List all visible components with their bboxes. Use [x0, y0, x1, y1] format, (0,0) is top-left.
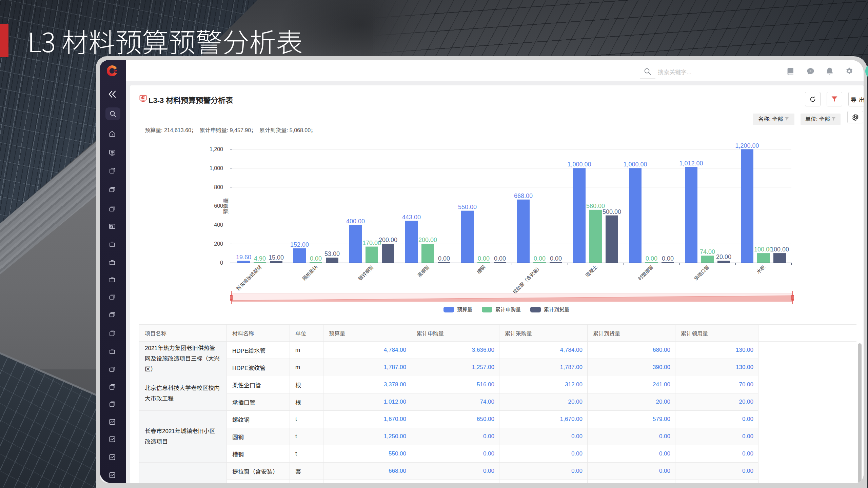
- svg-text:200.00: 200.00: [418, 237, 437, 243]
- svg-text:400: 400: [214, 222, 223, 228]
- svg-text:1,000: 1,000: [210, 165, 223, 171]
- svg-text:1,200.00: 1,200.00: [735, 142, 759, 149]
- svg-text:4.90: 4.90: [254, 255, 266, 262]
- svg-text:15.00: 15.00: [269, 254, 284, 261]
- svg-text:550.00: 550.00: [458, 204, 477, 210]
- svg-text:木板: 木板: [756, 264, 766, 275]
- svg-text:衬塑钢管: 衬塑钢管: [637, 264, 654, 282]
- svg-text:预算量: 预算量: [223, 198, 229, 214]
- svg-text:53.00: 53.00: [324, 250, 340, 257]
- svg-text:0.00: 0.00: [550, 255, 562, 262]
- svg-text:0.00: 0.00: [534, 255, 546, 262]
- svg-text:0.00: 0.00: [438, 255, 450, 262]
- svg-text:560.00: 560.00: [586, 203, 605, 209]
- svg-text:0.00: 0.00: [478, 255, 490, 262]
- svg-text:1,200: 1,200: [210, 146, 223, 152]
- svg-text:1,012.00: 1,012.00: [679, 160, 703, 167]
- svg-text:承插口管: 承插口管: [693, 264, 710, 282]
- svg-text:800: 800: [214, 184, 223, 190]
- svg-text:443.00: 443.00: [402, 214, 421, 221]
- svg-text:668.00: 668.00: [514, 192, 533, 199]
- svg-text:74.00: 74.00: [700, 248, 715, 255]
- svg-text:200.00: 200.00: [379, 237, 397, 243]
- svg-text:0.00: 0.00: [494, 255, 506, 262]
- svg-text:400.00: 400.00: [346, 218, 365, 225]
- svg-text:19.60: 19.60: [236, 254, 251, 261]
- svg-text:20.00: 20.00: [716, 253, 731, 260]
- svg-text:0.00: 0.00: [662, 255, 674, 262]
- svg-text:提拉窗（含安装）: 提拉窗（含安装）: [512, 264, 542, 295]
- svg-text:槽钢: 槽钢: [476, 264, 487, 275]
- svg-text:混凝土: 混凝土: [585, 264, 598, 278]
- svg-text:170.00: 170.00: [362, 240, 381, 246]
- svg-text:0: 0: [220, 260, 223, 266]
- svg-text:100.00: 100.00: [754, 246, 773, 253]
- svg-text:隔热垫块: 隔热垫块: [301, 264, 319, 282]
- svg-text:镀锌钢管: 镀锌钢管: [357, 264, 375, 282]
- svg-text:152.00: 152.00: [290, 241, 309, 248]
- svg-text:500.00: 500.00: [603, 208, 621, 215]
- svg-text:1,000.00: 1,000.00: [623, 161, 647, 168]
- svg-text:0.00: 0.00: [646, 255, 657, 262]
- svg-text:200: 200: [214, 241, 223, 247]
- svg-text:100.00: 100.00: [770, 246, 789, 253]
- svg-text:1,000.00: 1,000.00: [567, 161, 591, 168]
- svg-text:0.00: 0.00: [310, 255, 322, 262]
- svg-text:粉末喷涂铝型材: 粉末喷涂铝型材: [235, 264, 263, 292]
- svg-text:黑钢管: 黑钢管: [417, 264, 431, 278]
- svg-text:600: 600: [214, 203, 223, 209]
